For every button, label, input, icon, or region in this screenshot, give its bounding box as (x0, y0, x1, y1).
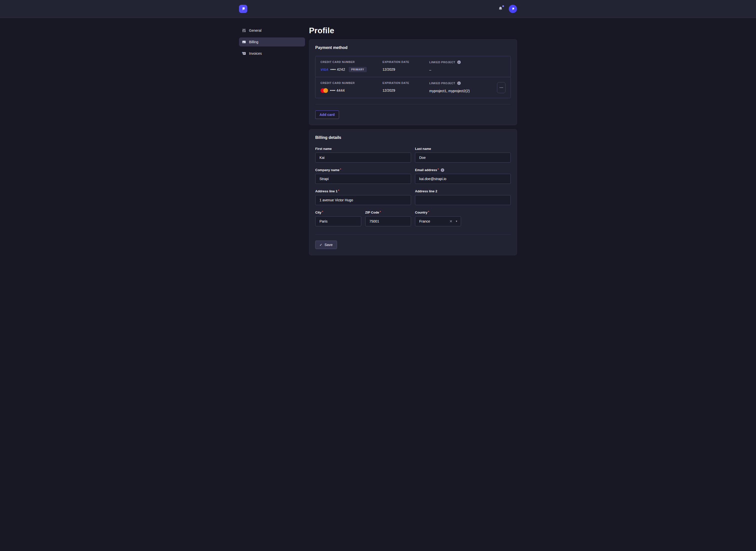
required-marker: * (340, 168, 341, 171)
page-body: General Billing $ Invoices Profile P (239, 18, 517, 270)
top-bar (0, 0, 756, 18)
svg-text:$: $ (242, 52, 243, 54)
invoice-icon: $ (242, 51, 246, 55)
check-icon: ✓ (319, 243, 322, 247)
masked-card-number: •••• 4242 (330, 67, 345, 71)
sidebar-item-label: Billing (249, 40, 258, 44)
required-marker: * (338, 189, 339, 192)
bell-icon (498, 6, 503, 11)
notifications-button[interactable] (497, 5, 504, 13)
save-button[interactable]: ✓ Save (315, 240, 337, 249)
linked-project-cell: LINKED PROJECT i myproject1, myproject2(… (429, 81, 495, 94)
payment-card-row-visa: CREDIT CARD NUMBER VISA •••• 4242 PRIMAR… (315, 56, 510, 77)
expiration-date-value: 12/2029 (383, 88, 429, 93)
header-actions (497, 5, 517, 13)
address-line-2-input[interactable] (415, 195, 511, 205)
clear-icon[interactable]: ✕ (450, 219, 453, 223)
page-title: Profile (309, 26, 517, 35)
linked-project-header: LINKED PROJECT (429, 82, 455, 85)
field-last-name: Last name (415, 147, 511, 163)
info-icon[interactable]: i (441, 168, 444, 172)
field-first-name: First name (315, 147, 411, 163)
billing-divider (315, 234, 511, 234)
ellipsis-icon: ••• (500, 86, 504, 89)
first-name-label: First name (315, 147, 411, 151)
linked-project-value: – (429, 67, 495, 73)
sidebar-item-label: General (249, 28, 261, 32)
card-menu-button[interactable]: ••• (497, 82, 505, 93)
credit-card-number-header: CREDIT CARD NUMBER (320, 81, 383, 84)
city-label: City* (315, 210, 361, 214)
credit-card-number-cell: CREDIT CARD NUMBER •••• 4444 (320, 81, 383, 93)
strapi-logo-icon (241, 6, 246, 12)
payment-method-card: Payment method CREDIT CARD NUMBER VISA •… (309, 39, 517, 125)
sidebar-item-invoices[interactable]: $ Invoices (239, 49, 305, 58)
sidebar-item-billing[interactable]: Billing (239, 37, 305, 46)
field-city: City* (315, 210, 361, 226)
field-company-name: Company name* (315, 168, 411, 184)
settings-nav: General Billing $ Invoices (239, 26, 305, 270)
required-marker: * (428, 210, 429, 214)
sidebar-item-label: Invoices (249, 51, 262, 55)
profile-avatar[interactable] (509, 5, 517, 13)
field-country: Country* France ✕ ▼ (415, 210, 461, 226)
required-marker: * (322, 210, 323, 214)
mastercard-logo (320, 88, 328, 93)
sidebar-item-general[interactable]: General (239, 26, 305, 35)
field-address-line-1: Address line 1* (315, 189, 411, 205)
add-card-button[interactable]: Add card (315, 110, 339, 119)
country-label: Country* (415, 210, 461, 214)
notification-dot (502, 5, 504, 7)
last-name-label: Last name (415, 147, 511, 151)
linked-project-header: LINKED PROJECT (429, 61, 455, 64)
billing-details-title: Billing details (315, 135, 511, 140)
credit-card-number-cell: CREDIT CARD NUMBER VISA •••• 4242 PRIMAR… (320, 60, 383, 72)
address-line-1-input[interactable] (315, 195, 411, 205)
info-icon[interactable]: i (457, 60, 461, 64)
address-line-1-label: Address line 1* (315, 189, 411, 193)
city-input[interactable] (315, 216, 361, 226)
sliders-icon (242, 28, 246, 32)
expiration-date-cell: EXPIRATION DATE 12/2029 (383, 81, 429, 93)
company-name-label: Company name* (315, 168, 411, 172)
email-address-label: Email address* i (415, 168, 511, 172)
expiration-date-header: EXPIRATION DATE (383, 60, 429, 63)
address-line-2-label: Address line 2 (415, 189, 511, 193)
credit-card-number-header: CREDIT CARD NUMBER (320, 60, 383, 63)
visa-logo: VISA (320, 68, 328, 71)
last-name-input[interactable] (415, 153, 511, 163)
required-marker: * (380, 210, 381, 214)
avatar-strapi-mark-icon (511, 7, 515, 11)
field-zip-code: ZIP Code* (365, 210, 411, 226)
field-email-address: Email address* i (415, 168, 511, 184)
country-select[interactable]: France ✕ ▼ (415, 216, 461, 226)
info-icon[interactable]: i (457, 81, 461, 85)
expiration-date-value: 12/2029 (383, 67, 429, 72)
top-bar-content (239, 0, 517, 18)
first-name-input[interactable] (315, 153, 411, 163)
masked-card-number: •••• 4444 (330, 88, 345, 92)
linked-project-cell: LINKED PROJECT i – (429, 60, 495, 73)
email-address-input[interactable] (415, 174, 511, 184)
required-marker: * (438, 168, 439, 171)
expiration-date-header: EXPIRATION DATE (383, 81, 429, 84)
billing-details-card: Billing details First name Last name (309, 129, 517, 255)
linked-project-value: myproject1, myproject2(2) (429, 88, 495, 94)
zip-code-label: ZIP Code* (365, 210, 411, 214)
chevron-down-icon[interactable]: ▼ (456, 220, 458, 222)
strapi-logo[interactable] (239, 5, 247, 13)
zip-code-input[interactable] (365, 216, 411, 226)
payment-card-row-mastercard: CREDIT CARD NUMBER •••• 4444 EXPIRATION … (315, 77, 510, 98)
payment-method-title: Payment method (315, 45, 511, 50)
expiration-date-cell: EXPIRATION DATE 12/2029 (383, 60, 429, 72)
company-name-input[interactable] (315, 174, 411, 184)
payment-divider (315, 104, 511, 104)
payment-cards-table: CREDIT CARD NUMBER VISA •••• 4242 PRIMAR… (315, 56, 511, 98)
main-content: Profile Payment method CREDIT CARD NUMBE… (309, 26, 517, 270)
country-select-value: France (419, 219, 450, 223)
field-address-line-2: Address line 2 (415, 189, 511, 205)
primary-badge: PRIMARY (349, 67, 367, 72)
credit-card-icon (242, 40, 246, 44)
billing-form: First name Last name Company name* (315, 147, 511, 226)
